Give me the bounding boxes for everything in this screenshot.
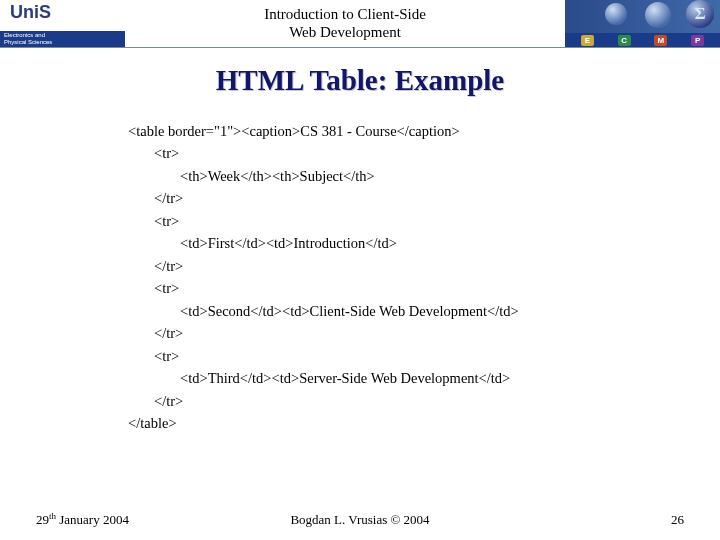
code-line: <tr> (128, 277, 668, 299)
code-line: <td>First</td><td>Introduction</td> (128, 232, 668, 254)
code-line: </tr> (128, 322, 668, 344)
badge-c: C (618, 35, 631, 46)
badge-p: P (691, 35, 704, 46)
dept-line2: Physical Sciences (4, 39, 52, 45)
code-line: <td>Third</td><td>Server-Side Web Develo… (128, 367, 668, 389)
dept-line1: Electronics and (4, 32, 45, 38)
unis-logo: UniS (10, 2, 51, 23)
footer-page-number: 26 (671, 512, 684, 528)
slide-title: HTML Table: Example (0, 64, 720, 97)
code-line: </table> (128, 412, 668, 434)
department-stripe: Electronics and Physical Sciences (0, 31, 125, 47)
code-line: <table border="1"><caption>CS 381 - Cour… (128, 120, 668, 142)
header-orbs: Σ (565, 0, 720, 33)
code-line: <tr> (128, 345, 668, 367)
header-badges: E C M P (565, 33, 720, 47)
code-example: <table border="1"><caption>CS 381 - Cour… (128, 120, 668, 435)
badge-m: M (654, 35, 667, 46)
code-line: <tr> (128, 210, 668, 232)
code-line: <tr> (128, 142, 668, 164)
badge-e: E (581, 35, 594, 46)
sigma-icon: Σ (686, 0, 714, 28)
decorative-orb-icon (605, 3, 627, 25)
footer-copyright: Bogdan L. Vrusias © 2004 (0, 512, 720, 528)
header-title: Introduction to Client-Side Web Developm… (125, 0, 565, 47)
code-line: </tr> (128, 255, 668, 277)
code-line: <th>Week</th><th>Subject</th> (128, 165, 668, 187)
header-right-graphic: Σ E C M P (565, 0, 720, 47)
code-line: </tr> (128, 390, 668, 412)
slide-header: UniS Electronics and Physical Sciences I… (0, 0, 720, 48)
decorative-orb-icon (645, 2, 671, 28)
header-title-line2: Web Development (289, 24, 401, 41)
code-line: </tr> (128, 187, 668, 209)
header-title-line1: Introduction to Client-Side (264, 6, 426, 23)
code-line: <td>Second</td><td>Client-Side Web Devel… (128, 300, 668, 322)
university-logo-block: UniS Electronics and Physical Sciences (0, 0, 125, 47)
